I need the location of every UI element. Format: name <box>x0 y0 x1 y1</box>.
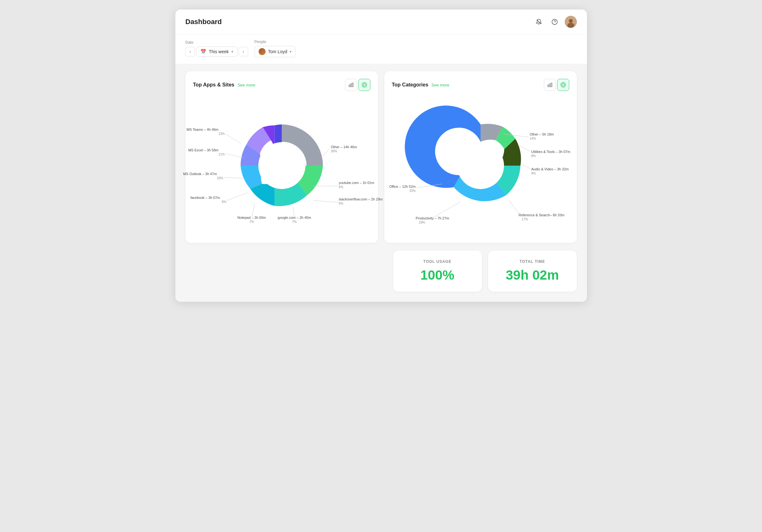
see-more-right[interactable]: See more <box>431 83 449 87</box>
svg-line-17 <box>252 204 255 217</box>
bar-chart-icon <box>348 82 354 88</box>
svg-line-14 <box>225 154 244 158</box>
pct-msexcel: 11% <box>218 153 224 156</box>
header-actions <box>533 16 577 28</box>
donut-chart-toggle-left[interactable] <box>358 79 370 91</box>
svg-rect-23 <box>551 83 552 87</box>
svg-line-13 <box>225 134 241 143</box>
pct-other-left: 30% <box>331 149 337 153</box>
pct-msoutlook: 10% <box>216 176 223 180</box>
tool-usage-card: TOOL USAGE 100% <box>393 251 482 292</box>
filters-bar: Date ‹ 📅 This week ▾ › People Tom Loyd ▾ <box>175 35 587 64</box>
chart-title-group-right: Top Categories See more <box>392 82 450 88</box>
people-filter-group: People Tom Loyd ▾ <box>255 39 296 57</box>
page-title: Dashboard <box>186 18 222 26</box>
bar-chart-toggle-left[interactable] <box>345 79 357 91</box>
svg-rect-21 <box>548 85 549 87</box>
top-apps-card: Top Apps & Sites See more <box>186 71 378 243</box>
svg-point-10 <box>363 84 366 86</box>
svg-rect-8 <box>352 83 353 87</box>
bar-chart-icon-right <box>547 82 553 88</box>
people-value: Tom Loyd <box>268 49 287 54</box>
total-time-value: 39h 02m <box>501 267 564 283</box>
date-label: Date <box>186 40 248 45</box>
user-avatar[interactable] <box>565 16 577 28</box>
svg-point-24 <box>561 83 566 87</box>
date-value: This week <box>209 49 229 54</box>
chart-header-right: Top Categories See more <box>392 79 569 91</box>
label-youtube: youtube.com – 1h 01m <box>339 181 374 185</box>
people-selector[interactable]: Tom Loyd ▾ <box>255 46 296 57</box>
pct-office: 33% <box>409 189 415 192</box>
label-facebook: facebook – 3h 07m <box>190 196 220 199</box>
label-stackoverflow: stackoverflow.com – 2h 29m <box>339 197 383 201</box>
svg-point-26 <box>457 142 504 189</box>
chart-toggle-right <box>544 79 569 91</box>
help-button[interactable] <box>549 16 560 28</box>
chart-header-left: Top Apps & Sites See more <box>193 79 370 91</box>
top-categories-card: Top Categories See more <box>384 71 577 243</box>
label-msteams: MS Teams – 4h 46m <box>187 128 218 131</box>
svg-point-4 <box>569 19 573 23</box>
pct-notepad: 7% <box>249 220 254 224</box>
pct-facebook: 9% <box>222 200 226 204</box>
charts-row: Top Apps & Sites See more <box>186 71 577 243</box>
label-notepad: Notepad – 3h 00m <box>237 216 266 219</box>
chevron-down-icon: ▾ <box>231 50 233 54</box>
label-audio: Audio & Video – 3h 32m <box>531 167 569 171</box>
total-time-label: TOTAL TIME <box>501 259 564 264</box>
app-window: Dashboard <box>175 10 587 302</box>
bar-chart-toggle-right[interactable] <box>544 79 556 91</box>
label-office: Office – 12h 52m <box>389 185 416 189</box>
svg-rect-6 <box>349 85 350 87</box>
date-next-button[interactable]: › <box>239 47 248 56</box>
donut-chart-icon-right <box>560 82 566 88</box>
svg-line-19 <box>313 200 338 202</box>
svg-line-30 <box>509 200 519 214</box>
chart-area-right: Other – 5h 18m 14% Utilities & Tools – 3… <box>392 96 569 235</box>
date-control: ‹ 📅 This week ▾ › <box>186 46 248 57</box>
notification-button[interactable] <box>533 16 545 28</box>
chart-toggle-left <box>345 79 370 91</box>
calendar-icon: 📅 <box>200 49 206 54</box>
pct-audio: 9% <box>531 172 536 175</box>
label-msexcel: MS Excel – 3h 58m <box>188 148 218 152</box>
svg-line-20 <box>313 186 338 186</box>
label-reference: Reference & Search– 6h 33m <box>518 213 565 217</box>
notification-icon <box>536 19 542 25</box>
pct-youtube: 6% <box>339 185 343 189</box>
pct-productivity: 19% <box>419 221 425 224</box>
see-more-left[interactable]: See more <box>237 83 255 87</box>
people-label: People <box>255 39 296 44</box>
chart-title-group-left: Top Apps & Sites See more <box>193 82 256 88</box>
label-productivity: Productivity – 7h 27m <box>416 216 449 220</box>
svg-point-5 <box>567 23 574 28</box>
svg-point-25 <box>562 84 565 86</box>
donut-chart-toggle-right[interactable] <box>557 79 569 91</box>
svg-line-12 <box>323 149 329 156</box>
total-time-card: TOTAL TIME 39h 02m <box>488 251 577 292</box>
pct-reference: 17% <box>522 218 528 221</box>
svg-line-15 <box>224 177 243 178</box>
header: Dashboard <box>175 10 587 35</box>
donut-chart-icon <box>361 82 367 88</box>
help-icon <box>552 19 558 25</box>
main-content: Top Apps & Sites See more <box>175 64 587 302</box>
svg-rect-7 <box>350 84 351 87</box>
date-selector[interactable]: 📅 This week ▾ <box>196 46 237 57</box>
svg-point-11 <box>258 142 305 189</box>
date-prev-button[interactable]: ‹ <box>186 47 195 56</box>
chart-area-left: Other – 14h 46m 30% MS Teams – 4h 46m 13… <box>193 96 370 235</box>
people-control: Tom Loyd ▾ <box>255 46 296 57</box>
label-other-left: Other – 14h 46m <box>331 145 357 149</box>
svg-rect-22 <box>549 84 550 87</box>
label-utilities: Utilities & Tools – 3h 07m <box>531 150 570 154</box>
bottom-stats: TOOL USAGE 100% TOTAL TIME 39h 02m <box>186 251 577 292</box>
donut-svg-left: Other – 14h 46m 30% MS Teams – 4h 46m 13… <box>199 102 364 229</box>
tool-usage-value: 100% <box>406 267 469 283</box>
donut-svg-right: Other – 5h 18m 14% Utilities & Tools – 3… <box>398 102 563 229</box>
date-filter-group: Date ‹ 📅 This week ▾ › <box>186 40 248 57</box>
pct-msteams: 13% <box>218 132 224 135</box>
svg-point-9 <box>362 83 367 87</box>
avatar-image <box>565 16 577 28</box>
